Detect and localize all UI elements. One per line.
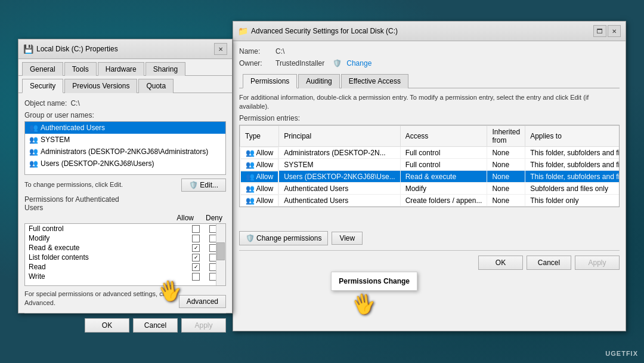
folder-icon: 📁	[238, 26, 247, 36]
perm-name-5: Write	[29, 272, 187, 281]
close-button-left[interactable]: ✕	[214, 43, 227, 55]
user-item-admins[interactable]: 👥 Administrators (DESKTOP-2NKGJ68\Admini…	[25, 146, 225, 158]
cell-access-3: Modify	[400, 183, 487, 195]
cell-inherited-3: None	[487, 183, 525, 195]
tab-effective-access[interactable]: Effective Access	[341, 74, 408, 88]
allow-checkbox-4[interactable]: ✓	[192, 263, 200, 271]
perm-modify: Modify	[25, 233, 225, 243]
advanced-button[interactable]: Advanced	[179, 295, 226, 308]
allow-checkbox-1[interactable]	[192, 235, 200, 242]
change-owner-link[interactable]: Change	[346, 59, 371, 67]
tab-permissions[interactable]: Permissions	[243, 74, 297, 88]
spacer	[239, 207, 620, 231]
allow-label: Allow	[177, 214, 194, 222]
tab-security[interactable]: Security	[22, 79, 63, 93]
user-item-users[interactable]: 👥 Users (DESKTOP-2NKGJ68\Users)	[25, 158, 225, 170]
left-dialog-content: Object name: C:\ Group or user names: 👥 …	[18, 93, 232, 339]
apply-button-right[interactable]: Apply	[575, 256, 620, 270]
perm-entries-table: Type Principal Access Inherited from App…	[240, 125, 620, 207]
close-button-right[interactable]: ✕	[608, 25, 621, 37]
user-name-2: Administrators (DESKTOP-2NKGJ68\Administ…	[41, 147, 208, 156]
watermark: UGETFIX	[605, 350, 638, 357]
deny-label: Deny	[206, 214, 222, 222]
scrollbar-thumb-perms[interactable]	[216, 242, 225, 260]
tab-bar-right: Permissions Auditing Effective Access	[239, 71, 620, 88]
allow-checkbox-2[interactable]: ✓	[192, 244, 200, 252]
special-text: For special permissions or advanced sett…	[24, 290, 174, 308]
cancel-button-left[interactable]: Cancel	[133, 318, 178, 333]
perm-name-4: Read	[29, 263, 187, 271]
user-name-3: Users (DESKTOP-2NKGJ68\Users)	[41, 159, 154, 168]
perm-name-1: Modify	[29, 234, 187, 242]
table-row[interactable]: 👥Allow SYSTEM Full control None This fol…	[240, 159, 620, 171]
divider-left	[24, 313, 226, 313]
shield-owner-icon: 🛡️	[333, 59, 342, 67]
title-bar-buttons-right: 🗖 ✕	[593, 25, 621, 37]
allow-checkbox-0[interactable]	[192, 225, 200, 233]
allow-checkbox-5[interactable]	[192, 273, 200, 281]
tab-prev-versions[interactable]: Previous Versions	[64, 79, 137, 93]
title-bar-buttons-left: ✕	[214, 43, 227, 55]
perms-for-label: Permissions for Authenticated Users	[24, 195, 226, 212]
change-hint: To change permissions, click Edit.	[24, 180, 123, 189]
tab-hardware[interactable]: Hardware	[98, 62, 144, 76]
tab-auditing[interactable]: Auditing	[298, 74, 339, 88]
cancel-button-right[interactable]: Cancel	[527, 256, 571, 270]
ok-button-left[interactable]: OK	[85, 318, 129, 333]
edit-btn-label: Edit...	[200, 181, 218, 189]
owner-row: Owner: TrustedInstaller 🛡️ Change	[239, 59, 620, 67]
name-row: Name: C:\	[239, 47, 620, 56]
ok-button-right[interactable]: OK	[478, 256, 523, 270]
allow-col-label	[28, 214, 177, 222]
perm-entries-label: Permission entries:	[239, 114, 620, 122]
cell-type-3: 👥Allow	[240, 183, 279, 195]
user-icon-1: 👥	[29, 135, 38, 144]
users-listbox[interactable]: 👥 Authenticated Users 👥 SYSTEM 👥 Adminis…	[24, 121, 226, 175]
user-icon-row3: 👥	[246, 184, 255, 193]
cell-inherited-2: None	[487, 171, 525, 183]
perm-write: Write	[25, 272, 225, 281]
perm-read-execute: Read & execute ✓	[25, 243, 225, 253]
allow-checkbox-3[interactable]: ✓	[192, 254, 200, 262]
tab-sharing[interactable]: Sharing	[145, 62, 185, 76]
table-row[interactable]: 👥Allow Administrators (DESKTOP-2N... Ful…	[240, 146, 620, 159]
cell-inherited-0: None	[487, 146, 525, 159]
perm-name-3: List folder contents	[29, 253, 187, 262]
tab-tools[interactable]: Tools	[64, 62, 97, 76]
table-row[interactable]: 👥Allow Authenticated Users Create folder…	[240, 195, 620, 207]
user-item-authenticated[interactable]: 👥 Authenticated Users	[25, 122, 225, 134]
title-bar-left: 💾 Local Disk (C:) Properties ✕	[18, 39, 232, 59]
perm-name-0: Full control	[29, 224, 187, 233]
scrollbar-perms[interactable]	[216, 224, 225, 285]
group-label: Group or user names:	[24, 111, 226, 119]
view-button[interactable]: View	[332, 232, 363, 245]
tab-quota[interactable]: Quota	[138, 79, 174, 93]
tab-general[interactable]: General	[22, 62, 63, 76]
disk-icon: 💾	[23, 44, 33, 54]
cell-type-0: 👥Allow	[240, 147, 279, 159]
user-name-1: SYSTEM	[41, 136, 70, 144]
cell-applies-0: This folder, subfolders and files	[525, 146, 620, 159]
cell-type-4: 👥Allow	[240, 195, 279, 207]
permissions-grid: Full control Modify Read & execute ✓ Lis…	[24, 223, 226, 286]
right-dialog-content: Name: C:\ Owner: TrustedInstaller 🛡️ Cha…	[233, 41, 626, 331]
user-icon-row0: 👥	[246, 149, 255, 157]
cell-applies-3: Subfolders and files only	[525, 183, 620, 195]
tab-bar-left-bottom: Security Previous Versions Quota	[18, 76, 232, 93]
user-icon-0: 👥	[29, 123, 38, 133]
cell-inherited-4: None	[487, 195, 525, 207]
owner-value: TrustedInstaller	[275, 59, 324, 67]
table-row-selected[interactable]: 👥Allow Users (DESKTOP-2NKGJ68\Use... Rea…	[240, 171, 620, 183]
cell-applies-2: This folder, subfolders and files	[525, 171, 620, 183]
col-principal: Principal	[279, 125, 401, 146]
user-item-system[interactable]: 👥 SYSTEM	[25, 134, 225, 146]
change-permissions-button[interactable]: 🛡️ Change permissions	[239, 231, 328, 245]
apply-button-left[interactable]: Apply	[181, 318, 226, 333]
change-permissions-label: Change permissions	[256, 234, 321, 242]
object-name-value: C:\	[70, 99, 79, 107]
edit-button[interactable]: 🛡️ Edit...	[181, 179, 226, 192]
title-bar-right: 📁 Advanced Security Settings for Local D…	[233, 21, 626, 41]
tab-bar-left-top: General Tools Hardware Sharing	[18, 59, 232, 76]
minimize-button-right[interactable]: 🗖	[593, 25, 606, 37]
table-row[interactable]: 👥Allow Authenticated Users Modify None S…	[240, 183, 620, 195]
